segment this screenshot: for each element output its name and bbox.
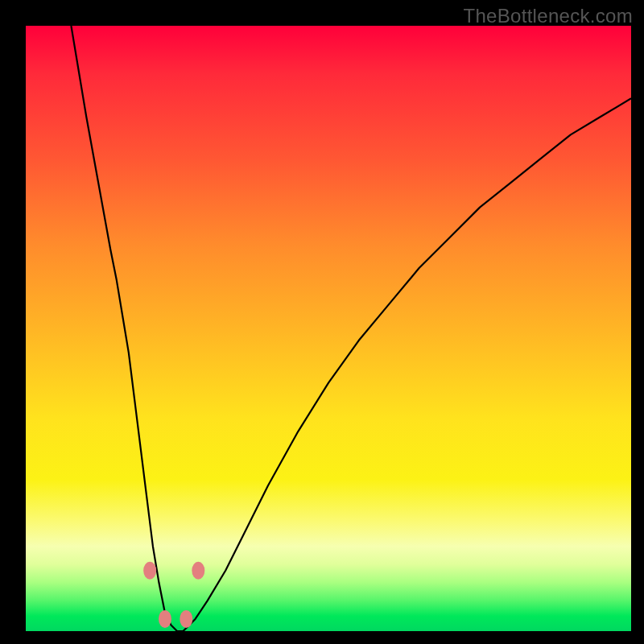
chart-frame: TheBottleneck.com	[0, 0, 644, 644]
curve-svg	[26, 26, 631, 631]
curve-marker	[192, 562, 204, 580]
curve-marker	[143, 562, 156, 580]
curve-marker	[180, 610, 192, 628]
bottleneck-curve	[71, 26, 631, 631]
plot-area	[26, 26, 631, 631]
watermark-text: TheBottleneck.com	[463, 5, 633, 27]
curve-marker	[159, 610, 171, 628]
